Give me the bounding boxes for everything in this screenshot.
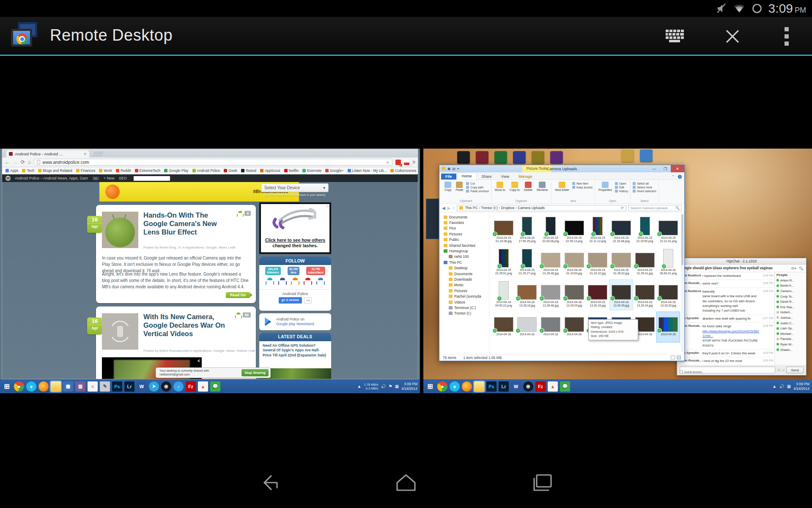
back-icon[interactable]: ◀ <box>442 206 445 210</box>
ribbon-button-edit[interactable]: Edit <box>615 186 628 189</box>
desktop-icon-6[interactable] <box>550 151 563 164</box>
file-item[interactable]: ✓2014-04-16 <box>492 312 516 342</box>
taskbar-icon-itunes[interactable]: ♪ <box>173 381 184 392</box>
file-item[interactable]: ✓2014-04-1604.50.22.png <box>492 279 516 310</box>
browser-tab[interactable]: Android Police - Android ... ✕ <box>6 150 89 157</box>
thumbnail-view-icon[interactable] <box>677 356 681 359</box>
disconnect-button[interactable] <box>719 23 746 50</box>
ribbon-tab-home[interactable]: Home <box>457 173 477 179</box>
file-item[interactable]: ✓2014-04-1613.28.16.jpg <box>516 279 539 310</box>
taskbar-icon-start[interactable]: ⊞ <box>2 381 12 392</box>
file-item[interactable]: ✓2014-04-1601.25.27.png <box>516 247 539 278</box>
device-select-dropdown[interactable]: Select Your Device▾ <box>261 183 329 192</box>
email-android-icon[interactable]: @ <box>316 278 325 286</box>
bookmark-item[interactable]: Geek <box>224 168 237 173</box>
tree-item-downloads[interactable]: Downloads <box>439 276 489 282</box>
file-item[interactable]: ✓2014-04-1522.04.08.png <box>539 215 562 246</box>
home-button[interactable] <box>376 468 436 497</box>
bookmark-star-icon[interactable]: ★ <box>386 160 390 165</box>
chrome-browser-window[interactable]: Android Police - Android ... ✕ ← → ⟳ ⌂ w… <box>2 149 418 379</box>
tree-item-public[interactable]: Public <box>439 237 489 243</box>
file-item[interactable]: ✓2014-04-1613.33.24.jpg <box>633 279 657 310</box>
taskbar-icon-chrome[interactable]: ● <box>14 381 24 392</box>
bookmark-item[interactable]: Reddit <box>116 168 131 173</box>
plus-one-button[interactable]: +1 <box>304 297 312 304</box>
bookmark-item[interactable]: Blogs and Related <box>38 168 72 173</box>
twitter-android-icon[interactable]: t <box>266 278 274 286</box>
person-item[interactable]: Michael... <box>776 331 804 337</box>
taskbar-icon-pin[interactable]: ✎ <box>100 381 110 392</box>
adchoices-icon[interactable]: ▷ <box>327 204 329 208</box>
article-2-comments[interactable]: 80 <box>235 312 251 319</box>
ribbon-button-select-all[interactable]: Select all <box>633 182 656 185</box>
desktop-icon-5[interactable] <box>532 151 544 164</box>
guest-access-checkbox[interactable]: Guest access <box>680 370 702 373</box>
desktop-icon-1[interactable] <box>457 151 470 164</box>
wp-new-button[interactable]: + New <box>104 176 115 180</box>
keyboard-button[interactable] <box>662 23 689 50</box>
wp-seo-button[interactable]: SEO <box>119 176 127 180</box>
ribbon-button-cut[interactable]: Cut <box>466 182 488 185</box>
emoticon-icon[interactable]: ☺ <box>777 368 781 372</box>
recents-button[interactable] <box>513 468 572 497</box>
file-item[interactable]: ✓2014-04-1613.30.16.jpg <box>586 279 610 310</box>
bookmark-item[interactable]: Google Play <box>164 168 188 173</box>
sidebar-ad[interactable]: ▷ Click here to see how otherschanged th… <box>259 202 331 254</box>
ribbon-tab-share[interactable]: Share <box>477 174 496 179</box>
wp-site-link[interactable]: Android Police – Android News, Apps, Gam <box>15 176 88 180</box>
hipchat-window[interactable]: HipChat - 2.1.1010 Google should give Gl… <box>677 258 807 375</box>
ribbon-button-rename[interactable]: Rename <box>535 181 549 192</box>
tree-item-terminus-c-[interactable]: Terminus (C:) <box>439 305 489 310</box>
tree-item-homegroup[interactable]: Homegroup <box>439 248 489 254</box>
file-item[interactable]: ✓2014-04-1601.25.02.jpg <box>609 247 633 278</box>
newsstand-widget[interactable]: Android Police onGoogle play Newsstand <box>259 313 331 330</box>
taskbar-icon-telegram[interactable]: ➤ <box>149 381 159 392</box>
ribbon-button-new-item[interactable]: New item <box>572 182 593 185</box>
wp-search-input[interactable] <box>134 176 170 181</box>
desktop-icon-4[interactable] <box>513 151 526 164</box>
tray-clock-right[interactable]: 3:09 PM4/16/2014 <box>793 382 809 391</box>
taskbar-icon-word[interactable]: W <box>511 381 521 392</box>
article-1-comments[interactable]: 4 <box>237 211 251 218</box>
tree-item-pictures[interactable]: Pictures <box>439 231 489 237</box>
taskbar-icon-firefox[interactable] <box>38 381 49 392</box>
gear-icon[interactable]: ⚙▾ <box>791 266 796 271</box>
desktop-icon-8[interactable] <box>640 149 653 162</box>
extension-icon-1[interactable]: 1 <box>395 160 401 165</box>
taskbar-icon-firefox[interactable] <box>462 381 472 392</box>
ribbon-tab-manage[interactable]: Manage <box>514 174 537 179</box>
tree-item-rachel-sunnyda[interactable]: Rachel (sunnyda <box>439 293 489 299</box>
taskbar-icon-vlc[interactable]: ▲ <box>198 381 208 392</box>
bookmark-item[interactable]: Netflix <box>284 168 299 173</box>
breadcrumb[interactable]: This PC › Trentor (I:) › Dropbox › Camer… <box>457 205 626 211</box>
tray-expand-icon[interactable]: ▲ <box>772 384 776 389</box>
ribbon-button-move-to[interactable]: Move to <box>494 181 507 192</box>
taskbar-icon-chrome[interactable]: ● <box>437 381 447 392</box>
file-item[interactable]: ✓2014-04-1601.25.46.jpg <box>539 247 562 278</box>
youtube-android-icon[interactable]: ▶ <box>304 278 312 286</box>
taskbar-icon-vlc[interactable]: ▲ <box>548 381 558 392</box>
taskbar-icon-notepad[interactable]: ≡ <box>88 381 98 392</box>
refresh-icon[interactable]: ⟳ <box>621 206 624 210</box>
person-item[interactable]: Hubert... <box>776 310 804 315</box>
ribbon-button-paste[interactable]: Paste <box>454 181 464 192</box>
bookmark-item[interactable]: Google+ <box>325 168 343 173</box>
file-item[interactable]: ✓2014-04-1601.24.54.jpg <box>562 247 586 278</box>
tray-clock-left[interactable]: 3:09 PM4/16/2014 <box>401 382 417 391</box>
tree-item-documents[interactable]: Documents <box>439 214 489 220</box>
taskbar-icon-explorer[interactable] <box>474 381 484 392</box>
taskbar-icon-photoshop[interactable]: Ps <box>112 381 122 392</box>
person-item[interactable]: Artem R... <box>776 278 804 283</box>
article-1-title[interactable]: Hands-On With The Google Camera's New Le… <box>143 211 234 236</box>
desktop-icon-3[interactable] <box>494 151 507 164</box>
person-item[interactable]: Liam Sp... <box>776 326 804 331</box>
tree-item-desktop[interactable]: Desktop <box>439 265 489 271</box>
taskbar-icon-lightroom[interactable]: Lr <box>499 381 509 392</box>
scrollbar[interactable] <box>681 213 684 352</box>
file-item[interactable]: ✓2014-04-16 <box>656 312 680 342</box>
ribbon-button-properties[interactable]: Properties <box>597 181 613 192</box>
ribbon-collapse-icon[interactable]: ⌃ <box>672 175 675 179</box>
tree-item-videos[interactable]: Videos <box>439 299 489 305</box>
file-item[interactable]: ✓2014-04-1522.21.41.png <box>656 215 680 246</box>
person-item[interactable]: Bertel K... <box>776 283 804 289</box>
